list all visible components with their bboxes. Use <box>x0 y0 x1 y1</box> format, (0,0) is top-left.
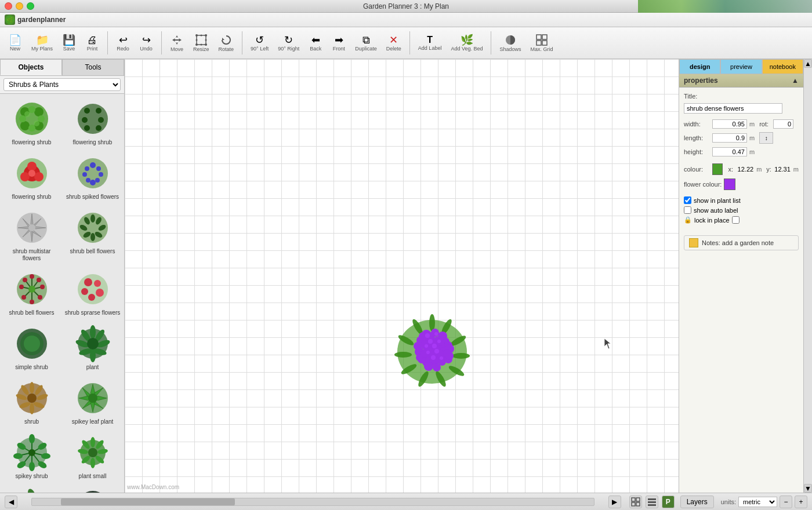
plant-item[interactable]: flowering shrub <box>63 96 122 148</box>
maximize-button[interactable] <box>27 2 34 10</box>
category-dropdown[interactable]: Shrubs & Plants Vegetables Flowers Trees… <box>3 78 121 91</box>
show-auto-label-checkbox[interactable] <box>684 206 691 214</box>
sep-3 <box>242 31 242 54</box>
plant-icon <box>72 378 113 418</box>
canvas-grid: www.MacDown.com <box>125 59 679 493</box>
units-selector: units: metric imperial <box>721 497 777 507</box>
tools-tab[interactable]: Tools <box>62 59 124 75</box>
svg-point-80 <box>37 278 41 282</box>
plant-icon <box>12 207 52 248</box>
plant-item[interactable]: shrub multistar flowers <box>2 205 61 264</box>
svg-point-241 <box>431 355 436 360</box>
svg-point-49 <box>90 180 96 185</box>
svg-point-27 <box>34 121 39 126</box>
list-view-button[interactable] <box>646 496 658 508</box>
notes-button[interactable]: Notes: add a garden note <box>684 235 799 250</box>
window-controls[interactable] <box>5 2 34 10</box>
plant-item[interactable]: spikey leaf plant <box>63 376 122 428</box>
title-input-row <box>679 101 803 115</box>
scroll-up-button[interactable]: ▲ <box>804 59 812 68</box>
title-row: Title: <box>679 91 803 101</box>
delete-label: Delete <box>386 46 401 52</box>
svg-point-3 <box>195 34 198 37</box>
scroll-down-button[interactable]: ▼ <box>804 484 812 493</box>
grid-view-button[interactable] <box>629 496 642 508</box>
plant-name: plant <box>86 364 99 371</box>
objects-tab[interactable]: Objects <box>0 59 62 75</box>
plant-icon <box>72 207 113 248</box>
plant-list-button[interactable]: P <box>662 496 675 508</box>
colour-swatch[interactable] <box>712 163 723 175</box>
90right-button[interactable]: ↻ 90° Right <box>274 33 303 53</box>
plant-icon <box>12 153 52 194</box>
canvas-area[interactable]: www.MacDown.com <box>125 59 679 493</box>
height-input[interactable] <box>712 147 747 156</box>
front-button[interactable]: ➡ Front <box>328 33 349 53</box>
scroll-right-button[interactable]: ▶ <box>608 496 621 508</box>
resize-button[interactable]: Resize <box>190 32 213 54</box>
add-veg-bed-button[interactable]: 🌿 Add Veg. Bed <box>447 33 486 53</box>
scroll-left-button[interactable]: ◀ <box>5 496 17 508</box>
lock-in-place-checkbox[interactable] <box>732 216 740 224</box>
new-button[interactable]: 📄 New <box>5 33 26 53</box>
plant-item[interactable]: shrub bell flowers <box>63 205 122 264</box>
title-input[interactable] <box>684 103 782 114</box>
notebook-tab[interactable]: notebook <box>762 59 803 74</box>
layers-button[interactable]: Layers <box>680 496 714 508</box>
rotate-button[interactable]: Rotate <box>215 32 238 54</box>
plant-item[interactable]: spikey shrub <box>2 430 61 482</box>
save-button[interactable]: 💾 Save <box>59 33 79 53</box>
zoom-out-button[interactable]: − <box>780 496 792 508</box>
minimize-button[interactable] <box>16 2 23 10</box>
horizontal-scrollbar[interactable] <box>31 498 594 506</box>
zoom-in-button[interactable]: + <box>795 496 807 508</box>
right-scrollbar[interactable]: ▲ ▼ <box>803 59 812 493</box>
width-input[interactable] <box>712 119 747 129</box>
flower-colour-swatch[interactable] <box>724 178 735 190</box>
svg-point-97 <box>90 325 96 339</box>
redo-label: Redo <box>117 46 129 52</box>
back-button[interactable]: ⬅ Back <box>305 33 326 53</box>
plant-item[interactable]: flowering shrub <box>2 96 61 148</box>
design-tab[interactable]: design <box>679 59 720 74</box>
scroll-thumb[interactable] <box>61 498 235 505</box>
svg-point-33 <box>84 125 90 131</box>
plant-name: shrub bell flowers <box>9 309 55 316</box>
plant-item[interactable]: plant small <box>2 485 61 493</box>
90left-button[interactable]: ↺ 90° Left <box>247 33 272 53</box>
link-dimensions-button[interactable]: ↕ <box>759 132 773 144</box>
plant-item[interactable]: flowering shrub <box>2 151 61 203</box>
layers-label: Layers <box>687 498 708 506</box>
plant-item[interactable]: shrub sprarse flowers <box>63 267 122 319</box>
rot-input[interactable] <box>773 119 793 129</box>
max-grid-button[interactable]: Max. Grid <box>527 32 556 54</box>
move-button[interactable]: Move <box>166 32 187 54</box>
main-toolbar: 📄 New 📁 My Plans 💾 Save 🖨 Print ↩ Redo ↪… <box>0 27 812 59</box>
plant-item[interactable]: simple shrub <box>2 321 61 373</box>
length-input[interactable] <box>712 133 747 143</box>
plant-item[interactable]: shrub spiked flowers <box>63 151 122 203</box>
my-plans-button[interactable]: 📁 My Plans <box>28 33 56 53</box>
print-button[interactable]: 🖨 Print <box>82 33 103 53</box>
show-plant-list-checkbox[interactable] <box>684 196 691 204</box>
plant-item[interactable]: plant small <box>63 430 122 482</box>
front-label: Front <box>333 46 345 52</box>
preview-tab[interactable]: preview <box>720 59 762 74</box>
shadows-button[interactable]: Shadows <box>496 32 524 54</box>
plant-item[interactable]: shrub <box>2 376 61 428</box>
plant-item[interactable]: simple shrub <box>63 485 122 493</box>
redo-button[interactable]: ↩ Redo <box>113 33 133 53</box>
close-button[interactable] <box>5 2 12 10</box>
svg-point-107 <box>30 382 34 394</box>
plant-item[interactable]: plant <box>63 321 122 373</box>
undo-button[interactable]: ↪ Undo <box>136 33 157 53</box>
add-label-button[interactable]: T Add Label <box>415 34 445 53</box>
width-unit: m <box>749 121 755 128</box>
svg-point-31 <box>82 117 88 123</box>
save-label: Save <box>63 46 75 52</box>
units-dropdown[interactable]: metric imperial <box>738 497 777 507</box>
plant-item[interactable]: shrub bell flowers <box>2 267 61 319</box>
canvas-plant[interactable] <box>392 308 473 395</box>
duplicate-button[interactable]: ⧉ Duplicate <box>351 33 380 53</box>
delete-button[interactable]: ✕ Delete <box>383 33 405 53</box>
